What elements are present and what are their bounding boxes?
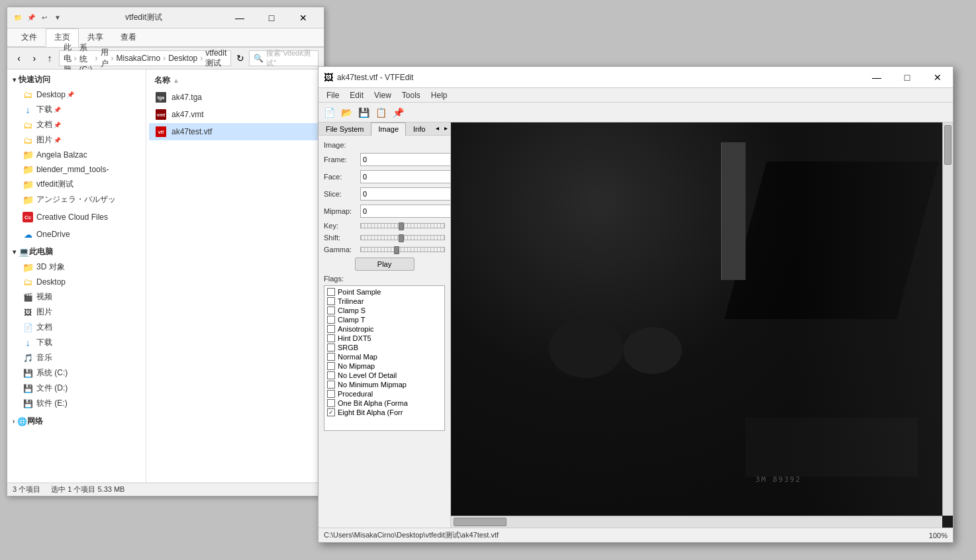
forward-button[interactable]: ›: [28, 50, 40, 66]
sidebar-item-pc-pictures[interactable]: 🖼 图片: [7, 304, 146, 320]
ribbon-tab-file[interactable]: 文件: [13, 28, 46, 46]
toolbar-paste-button[interactable]: 📌: [390, 105, 406, 120]
toolbar-new-button[interactable]: 📄: [321, 105, 337, 120]
flag-checkbox-6[interactable]: [327, 344, 335, 351]
menu-file[interactable]: File: [321, 89, 344, 101]
flag-checkbox-10[interactable]: [327, 381, 335, 389]
flag-checkbox-5[interactable]: [327, 334, 335, 342]
sidebar-item-creative-cloud[interactable]: Cc Creative Cloud Files: [7, 210, 146, 224]
play-button[interactable]: Play: [355, 257, 415, 271]
frame-input[interactable]: [361, 155, 450, 164]
slice-spinner[interactable]: ▲ ▼: [360, 187, 450, 201]
sidebar-item-pc-downloads[interactable]: ↓ 下载: [7, 335, 146, 350]
flag-item-9[interactable]: No Level Of Detail: [326, 371, 443, 380]
tab-image[interactable]: Image: [371, 122, 406, 136]
search-box[interactable]: 🔍 搜索"vtfedit测试": [249, 50, 318, 66]
key-slider-thumb[interactable]: [399, 222, 404, 230]
flag-checkbox-0[interactable]: [327, 288, 335, 296]
sidebar-item-onedrive[interactable]: ☁ OneDrive: [7, 227, 146, 242]
refresh-button[interactable]: ↻: [234, 50, 246, 66]
flag-checkbox-1[interactable]: [327, 297, 335, 305]
sidebar-item-3d[interactable]: 📁 3D 对象: [7, 259, 146, 275]
menu-help[interactable]: Help: [426, 89, 453, 101]
flag-checkbox-2[interactable]: [327, 306, 335, 314]
menu-tools[interactable]: Tools: [397, 89, 426, 101]
file-list-header[interactable]: 名称 ▲: [149, 72, 321, 89]
flag-item-12[interactable]: One Bit Alpha (Forma: [326, 398, 443, 408]
flag-checkbox-3[interactable]: [327, 316, 335, 324]
flag-checkbox-13[interactable]: [327, 408, 335, 416]
slice-input[interactable]: [361, 189, 450, 199]
flag-item-6[interactable]: SRGB: [326, 343, 443, 352]
shift-slider-thumb[interactable]: [399, 234, 404, 242]
menu-edit[interactable]: Edit: [344, 89, 369, 101]
sidebar-item-pc-documents[interactable]: 📄 文档: [7, 320, 146, 335]
vtf-hscrollbar[interactable]: [451, 516, 942, 528]
explorer-minimize-button[interactable]: —: [224, 7, 255, 28]
address-path[interactable]: 此电脑 › 系统 (C:) › 用户 › MisakaCirno › Deskt…: [59, 50, 232, 66]
flags-list[interactable]: Point SampleTrilinearClamp SClamp TAniso…: [324, 285, 445, 431]
sidebar-item-drive-e[interactable]: 💾 软件 (E:): [7, 396, 146, 411]
back-button[interactable]: ‹: [13, 50, 25, 66]
vtf-vscrollbar-thumb[interactable]: [944, 125, 952, 165]
up-button[interactable]: ↑: [43, 50, 56, 66]
sidebar-item-drive-d[interactable]: 💾 文件 (D:): [7, 381, 146, 396]
this-pc-header[interactable]: ▾ 💻 此电脑: [7, 244, 146, 259]
key-slider[interactable]: [360, 223, 445, 228]
flag-item-5[interactable]: Hint DXT5: [326, 334, 443, 343]
flag-item-4[interactable]: Anisotropic: [326, 324, 443, 334]
vtfedit-close-button[interactable]: ✕: [922, 67, 953, 88]
flag-checkbox-12[interactable]: [327, 399, 335, 407]
flag-checkbox-11[interactable]: [327, 390, 335, 398]
gamma-slider-thumb[interactable]: [394, 246, 399, 254]
ribbon-tab-home[interactable]: 主页: [46, 28, 79, 47]
tab-scroll-right-icon[interactable]: ▸: [442, 122, 450, 135]
flag-item-11[interactable]: Procedural: [326, 389, 443, 398]
tab-info[interactable]: Info: [406, 122, 432, 135]
face-input[interactable]: [361, 172, 450, 181]
flag-checkbox-8[interactable]: [327, 362, 335, 370]
flag-item-10[interactable]: No Minimum Mipmap: [326, 380, 443, 389]
toolbar-copy-button[interactable]: 📋: [373, 105, 389, 120]
sidebar-item-downloads[interactable]: ↓ 下载 📌: [7, 102, 146, 117]
sidebar-item-drive-c[interactable]: 💾 系统 (C:): [7, 365, 146, 381]
flag-checkbox-9[interactable]: [327, 371, 335, 379]
explorer-close-button[interactable]: ✕: [288, 7, 318, 28]
network-header[interactable]: › 🌐 网络: [7, 414, 146, 429]
vtfedit-maximize-button[interactable]: □: [892, 67, 922, 88]
gamma-slider[interactable]: [360, 247, 445, 252]
mipmap-input[interactable]: [361, 207, 450, 216]
file-item-vmt[interactable]: vmt ak47.vmt: [149, 106, 321, 123]
toolbar-save-button[interactable]: 💾: [356, 105, 371, 120]
sidebar-item-pictures[interactable]: 🗂 图片 📌: [7, 132, 146, 148]
sidebar-item-desktop[interactable]: 🗂 Desktop 📌: [7, 87, 146, 102]
flag-item-2[interactable]: Clamp S: [326, 306, 443, 315]
tab-scroll-left-icon[interactable]: ◂: [433, 122, 442, 135]
sidebar-item-vtfedit[interactable]: 📁 vtfedit测试: [7, 177, 146, 192]
flag-item-0[interactable]: Point Sample: [326, 287, 443, 297]
quick-access-header[interactable]: ▾ 快速访问: [7, 72, 146, 87]
vtf-hscrollbar-thumb[interactable]: [454, 518, 507, 526]
explorer-maximize-button[interactable]: □: [256, 7, 287, 28]
menu-view[interactable]: View: [369, 89, 397, 101]
flag-checkbox-7[interactable]: [327, 353, 335, 361]
flag-checkbox-4[interactable]: [327, 325, 335, 333]
face-spinner[interactable]: ▲ ▼: [360, 170, 450, 183]
sidebar-item-pc-desktop[interactable]: 🗂 Desktop: [7, 275, 146, 289]
vtf-vscrollbar[interactable]: [942, 122, 953, 516]
shift-slider[interactable]: [360, 235, 445, 240]
sidebar-item-angela[interactable]: 📁 Angela Balzac: [7, 148, 146, 162]
sidebar-item-video[interactable]: 🎬 视频: [7, 289, 146, 304]
frame-spinner[interactable]: ▲ ▼: [360, 153, 450, 166]
sidebar-item-angela-jp[interactable]: 📁 アンジェラ・バルザッ: [7, 192, 146, 207]
tab-filesystem[interactable]: File System: [318, 122, 371, 135]
vtfedit-minimize-button[interactable]: —: [861, 67, 892, 88]
file-item-tga[interactable]: tga ak47.tga: [149, 89, 321, 106]
flag-item-7[interactable]: Normal Map: [326, 352, 443, 361]
sidebar-item-blender[interactable]: 📁 blender_mmd_tools-: [7, 162, 146, 177]
flag-item-1[interactable]: Trilinear: [326, 297, 443, 306]
sidebar-item-music[interactable]: 🎵 音乐: [7, 350, 146, 365]
flag-item-3[interactable]: Clamp T: [326, 315, 443, 324]
file-item-vtf[interactable]: vtf ak47test.vtf: [149, 123, 321, 140]
toolbar-open-button[interactable]: 📂: [338, 105, 354, 120]
